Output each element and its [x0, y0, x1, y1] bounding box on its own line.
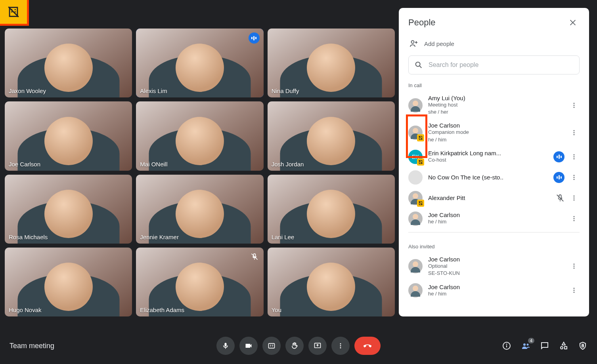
- building-off-icon: [417, 158, 424, 166]
- activities-button[interactable]: [559, 341, 568, 351]
- person-info: Joe CarlsonCompanion modehe / him: [428, 122, 563, 143]
- avatar: [408, 126, 423, 140]
- svg-point-51: [340, 347, 341, 349]
- more-options-button[interactable]: [331, 337, 350, 355]
- close-panel-button[interactable]: [566, 16, 580, 29]
- person-name: Joe Carlson: [428, 212, 563, 218]
- video-tile[interactable]: Hugo Novak: [5, 248, 132, 316]
- svg-point-10: [411, 41, 414, 44]
- person-info: Joe CarlsonOptionalSE-STO-KUN: [428, 256, 563, 277]
- svg-point-57: [561, 347, 563, 349]
- avatar: [408, 191, 423, 205]
- row-more-button[interactable]: [568, 285, 580, 296]
- search-input[interactable]: [429, 61, 574, 69]
- camera-icon: [245, 342, 253, 350]
- person-row[interactable]: EKErin Kirkpatrick Long nam...Co-host: [408, 147, 580, 167]
- person-row[interactable]: Amy Lui (You)Meeting hostshe / her: [408, 91, 580, 119]
- building-off-icon: [417, 134, 424, 141]
- people-button[interactable]: 4: [521, 341, 530, 351]
- in-call-label: In call: [408, 82, 580, 88]
- person-row[interactable]: Joe Carlsonhe / him: [408, 208, 580, 229]
- video-tile[interactable]: Elizabeth Adams: [136, 248, 263, 316]
- mic-icon: [222, 342, 230, 350]
- tile-name-label: Jennie Kramer: [140, 234, 179, 240]
- video-tile[interactable]: Nina Duffy: [268, 29, 395, 97]
- row-more-button[interactable]: [568, 172, 580, 183]
- chat-button[interactable]: [540, 341, 549, 351]
- video-tile[interactable]: Mai ONeill: [136, 101, 263, 170]
- tile-name-label: Hugo Novak: [9, 307, 42, 313]
- person-name: Joe Carlson: [428, 284, 563, 290]
- person-subtitle: he / him: [428, 290, 563, 297]
- camera-button[interactable]: [239, 337, 258, 355]
- svg-point-56: [527, 344, 529, 346]
- person-subtitle: he / him: [428, 218, 563, 225]
- mic-off-icon: [249, 252, 260, 262]
- tile-name-label: Alexis Lim: [140, 88, 167, 94]
- search-icon: [414, 61, 423, 69]
- svg-point-30: [574, 179, 575, 180]
- speaking-indicator: [553, 151, 564, 162]
- row-more-button[interactable]: [568, 192, 580, 204]
- add-people-button[interactable]: Add people: [408, 35, 580, 55]
- hang-up-button[interactable]: [354, 337, 381, 355]
- svg-rect-47: [269, 343, 275, 348]
- captions-icon: [268, 342, 276, 350]
- person-row[interactable]: Joe CarlsonOptionalSE-STO-KUN: [408, 253, 580, 280]
- tile-name-label: Lani Lee: [272, 234, 295, 240]
- video-tile[interactable]: Rosa Michaels: [5, 175, 132, 244]
- person-name: No Cow On The Ice (se-sto..: [428, 174, 548, 181]
- avatar: [408, 212, 423, 226]
- row-more-button[interactable]: [568, 261, 580, 272]
- row-more-button[interactable]: [568, 127, 580, 138]
- speaking-indicator: [249, 32, 260, 44]
- video-tile[interactable]: Josh Jordan: [268, 101, 395, 170]
- info-icon: [502, 341, 511, 351]
- avatar: [408, 170, 423, 185]
- svg-point-49: [340, 343, 341, 345]
- avatar: [408, 98, 423, 112]
- avatar: EK: [408, 150, 423, 164]
- raise-hand-button[interactable]: [285, 337, 304, 355]
- svg-point-54: [507, 344, 507, 345]
- host-controls-button[interactable]: [578, 341, 587, 351]
- captions-button[interactable]: [262, 337, 281, 355]
- tile-name-label: You: [272, 307, 281, 313]
- svg-point-37: [574, 199, 575, 200]
- person-subtitle: Optional: [428, 263, 563, 270]
- svg-point-21: [574, 132, 575, 133]
- building-off-icon: [7, 5, 20, 19]
- video-tile[interactable]: Joe Carlson: [5, 101, 132, 170]
- video-tile[interactable]: Lani Lee: [268, 175, 395, 244]
- svg-point-13: [416, 62, 420, 67]
- present-icon: [314, 342, 321, 350]
- person-row[interactable]: Joe Carlsonhe / him: [408, 280, 580, 301]
- meeting-details-button[interactable]: [502, 341, 511, 351]
- svg-point-27: [574, 158, 575, 159]
- building-off-icon: [417, 200, 424, 207]
- video-tile[interactable]: Jaxon Wooley: [5, 29, 132, 97]
- separator: [408, 232, 580, 233]
- row-more-button[interactable]: [568, 100, 580, 111]
- row-more-button[interactable]: [568, 151, 580, 162]
- svg-point-29: [574, 177, 575, 178]
- lock-shield-icon: [578, 341, 587, 351]
- close-icon: [568, 18, 577, 27]
- right-controls: 4: [502, 341, 587, 351]
- present-button[interactable]: [308, 337, 327, 355]
- person-row[interactable]: Alexander Pitt: [408, 188, 580, 208]
- svg-point-50: [340, 345, 341, 347]
- person-row[interactable]: Joe CarlsonCompanion modehe / him: [408, 119, 580, 146]
- video-tile[interactable]: You: [268, 248, 395, 316]
- phone-hangup-icon: [362, 340, 373, 351]
- video-tile[interactable]: Alexis Lim: [136, 29, 263, 97]
- search-box[interactable]: [408, 55, 580, 74]
- bottom-bar: Team meeting 4: [0, 328, 597, 364]
- tile-name-label: Nina Duffy: [272, 88, 299, 94]
- mic-button[interactable]: [216, 337, 235, 355]
- video-tile[interactable]: Jennie Kramer: [136, 175, 263, 244]
- row-more-button[interactable]: [568, 213, 580, 224]
- person-info: Joe Carlsonhe / him: [428, 284, 563, 297]
- person-row[interactable]: No Cow On The Ice (se-sto..: [408, 167, 580, 188]
- tile-name-label: Rosa Michaels: [9, 234, 48, 240]
